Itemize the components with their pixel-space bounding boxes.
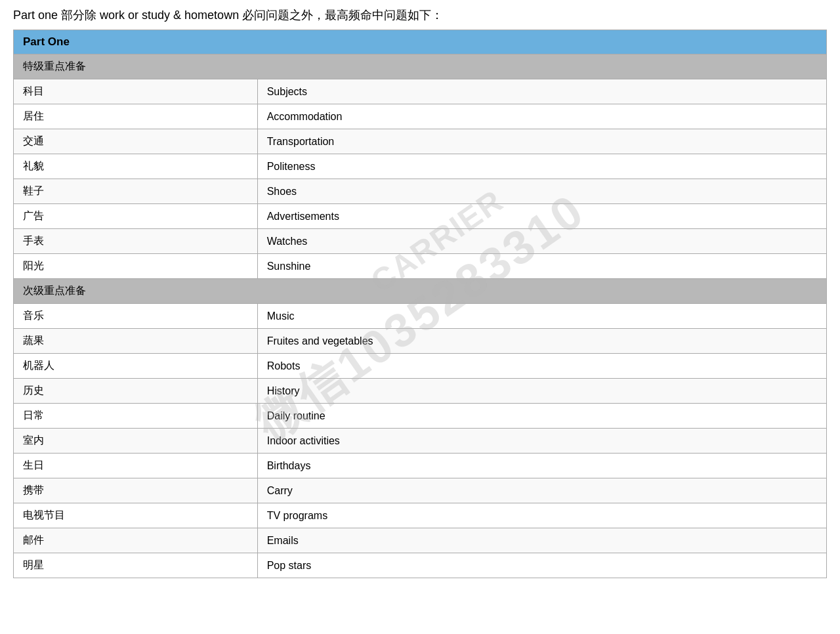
table-row: 携带Carry: [14, 478, 827, 503]
cell-chinese-1-3: 历史: [14, 379, 258, 404]
cell-chinese-1-2: 机器人: [14, 354, 258, 379]
table-row: 邮件Emails: [14, 528, 827, 553]
cell-english-1-9: Emails: [257, 528, 826, 553]
cell-english-0-6: Watches: [257, 229, 826, 254]
section-row-1: 次级重点准备: [14, 279, 827, 304]
cell-english-1-3: History: [257, 379, 826, 404]
cell-chinese-1-4: 日常: [14, 404, 258, 429]
cell-english-0-0: Subjects: [257, 79, 826, 104]
table-row: 明星Pop stars: [14, 553, 827, 578]
table-row: 日常Daily routine: [14, 404, 827, 429]
cell-chinese-1-10: 明星: [14, 553, 258, 578]
header-part-one: Part one 部分除 work or study & hometown 必问…: [13, 9, 443, 22]
cell-english-1-2: Robots: [257, 354, 826, 379]
cell-english-1-5: Indoor activities: [257, 429, 826, 454]
header-text: Part one 部分除 work or study & hometown 必问…: [13, 7, 827, 24]
table-row: 蔬果Fruites and vegetables: [14, 329, 827, 354]
table-row: 生日Birthdays: [14, 454, 827, 478]
cell-chinese-0-3: 礼貌: [14, 154, 258, 179]
table-row: 礼貌Politeness: [14, 154, 827, 179]
cell-english-0-4: Shoes: [257, 179, 826, 204]
cell-english-1-0: Music: [257, 304, 826, 329]
table-row: 音乐Music: [14, 304, 827, 329]
cell-chinese-1-7: 携带: [14, 478, 258, 503]
table-row: 鞋子Shoes: [14, 179, 827, 204]
cell-english-0-5: Advertisements: [257, 204, 826, 229]
table-row: 科目Subjects: [14, 79, 827, 104]
table-row: 机器人Robots: [14, 354, 827, 379]
cell-chinese-0-7: 阳光: [14, 254, 258, 279]
cell-english-0-7: Sunshine: [257, 254, 826, 279]
cell-english-0-3: Politeness: [257, 154, 826, 179]
table-row: 交通Transportation: [14, 129, 827, 154]
cell-chinese-0-2: 交通: [14, 129, 258, 154]
table-header-row: Part One: [14, 30, 827, 54]
cell-english-1-6: Birthdays: [257, 454, 826, 478]
cell-chinese-0-0: 科目: [14, 79, 258, 104]
cell-chinese-0-4: 鞋子: [14, 179, 258, 204]
cell-chinese-1-1: 蔬果: [14, 329, 258, 354]
table-row: 电视节目TV programs: [14, 503, 827, 528]
table-row: 历史History: [14, 379, 827, 404]
cell-chinese-0-6: 手表: [14, 229, 258, 254]
table-row: 居住Accommodation: [14, 104, 827, 129]
section-title-0: 特级重点准备: [14, 54, 827, 79]
cell-chinese-1-0: 音乐: [14, 304, 258, 329]
section-title-1: 次级重点准备: [14, 279, 827, 304]
cell-chinese-0-1: 居住: [14, 104, 258, 129]
table-row: 阳光Sunshine: [14, 254, 827, 279]
cell-english-1-8: TV programs: [257, 503, 826, 528]
cell-chinese-1-5: 室内: [14, 429, 258, 454]
table-row: 广告Advertisements: [14, 204, 827, 229]
cell-chinese-1-6: 生日: [14, 454, 258, 478]
table-row: 室内Indoor activities: [14, 429, 827, 454]
cell-chinese-1-9: 邮件: [14, 528, 258, 553]
cell-chinese-1-8: 电视节目: [14, 503, 258, 528]
cell-english-0-2: Transportation: [257, 129, 826, 154]
main-table: Part One 特级重点准备科目Subjects居住Accommodation…: [13, 30, 827, 578]
cell-english-0-1: Accommodation: [257, 104, 826, 129]
table-row: 手表Watches: [14, 229, 827, 254]
cell-english-1-10: Pop stars: [257, 553, 826, 578]
section-row-0: 特级重点准备: [14, 54, 827, 79]
table-header-cell: Part One: [14, 30, 827, 54]
cell-english-1-7: Carry: [257, 478, 826, 503]
cell-english-1-4: Daily routine: [257, 404, 826, 429]
cell-chinese-0-5: 广告: [14, 204, 258, 229]
cell-english-1-1: Fruites and vegetables: [257, 329, 826, 354]
